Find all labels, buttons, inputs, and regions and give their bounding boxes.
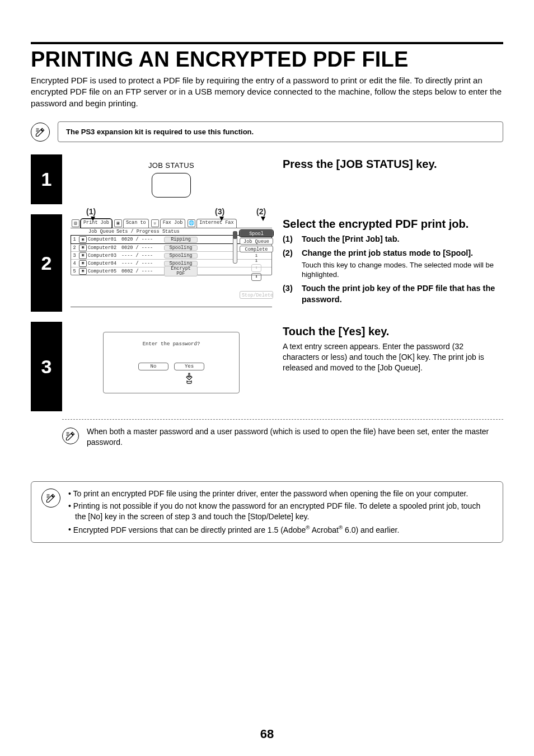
row-progress: 0020 / ---- — [121, 237, 164, 242]
job-icon: ▣ — [79, 260, 87, 267]
row-progress: ---- / ---- — [121, 253, 164, 259]
row-index: 5 — [71, 269, 78, 274]
mode-complete[interactable]: Complete — [240, 246, 273, 252]
arrow-down-icon — [219, 217, 224, 221]
row-index: 2 — [71, 246, 78, 251]
page-counter: 1 — [240, 253, 273, 258]
tab-internet-fax[interactable]: Internet Fax — [196, 219, 236, 228]
bn3-mid: Acrobat — [310, 525, 339, 534]
row-progress: 0002 / ---- — [121, 269, 164, 274]
bottom-note-2: Printing is not possible if you do not k… — [68, 501, 493, 523]
screen-tabs: ▤ Print Job ▣ Scan to ☏ Fax Job 🌐 Intern… — [71, 219, 272, 228]
step-3-title: Touch the [Yes] key. — [283, 325, 501, 338]
step-1-illustration: JOB STATUS — [62, 154, 280, 204]
step-2: 2 (1) (3) (2) ▤ Print Job ▣ Scan to ☏ Fa… — [31, 214, 503, 312]
row-index: 1 — [71, 237, 78, 242]
callout-2: (2) — [256, 208, 266, 215]
row-status: Spooling — [164, 253, 198, 259]
dialog-message: Enter the password? — [109, 341, 233, 347]
bottom-note-1: To print an encrypted PDF file using the… — [68, 489, 493, 500]
row-progress: ---- / ---- — [121, 261, 164, 266]
arrow-down-icon — [91, 217, 95, 221]
substep-2: (2) Change the print job status mode to … — [283, 248, 501, 280]
arrow-down-icon — [261, 217, 265, 221]
substep-lead: Change the print job status mode to [Spo… — [302, 248, 473, 257]
scroll-down-button[interactable]: ⬇ — [251, 273, 261, 281]
substep-1: (1) Touch the [Print Job] tab. — [283, 234, 501, 245]
mode-jobqueue[interactable]: Job Queue — [240, 238, 273, 245]
page-counter-total: 1 — [240, 259, 273, 263]
screen-divider — [71, 307, 272, 307]
scan-icon: ▣ — [114, 219, 122, 227]
fax-icon: ☏ — [151, 219, 159, 227]
registered-icon: ® — [306, 524, 310, 530]
row-status: Spooling — [164, 245, 198, 251]
callout-1: (1) — [86, 208, 96, 215]
substep-3: (3) Touch the print job key of the PDF f… — [283, 283, 501, 305]
col-progress: Sets / Progress — [116, 229, 162, 234]
row-name: Computer02 — [88, 246, 121, 251]
pencil-icon — [41, 489, 60, 508]
row-index: 3 — [71, 253, 78, 259]
printer-icon: ▤ — [72, 219, 79, 227]
row-status: Encrypt PDF — [164, 266, 198, 276]
step-number-3: 3 — [31, 322, 62, 411]
job-icon: ▣ — [79, 236, 87, 243]
password-dialog: Enter the password? No Yes — [103, 332, 240, 393]
row-name: Computer01 — [88, 237, 121, 242]
step-3-inner-note: When both a master password and a user p… — [31, 426, 503, 448]
step-2-text: Select the encrypted PDF print job. (1) … — [280, 214, 503, 312]
requirement-note: The PS3 expansion kit is required to use… — [31, 121, 503, 142]
step-3-inner-note-text: When both a master password and a user p… — [87, 426, 503, 448]
page-number: 68 — [0, 727, 534, 741]
substep-lead: Touch the print job key of the PDF file … — [302, 284, 495, 304]
scroll-up-button[interactable]: ⬆ — [251, 264, 261, 272]
step-3-body: A text entry screen appears. Enter the p… — [283, 341, 501, 373]
row-status: Ripping — [164, 237, 198, 243]
step-1-text: Press the [JOB STATUS] key. — [280, 154, 503, 204]
intro-paragraph: Encrypted PDF is used to protect a PDF f… — [31, 75, 503, 109]
tab-fax-job[interactable]: Fax Job — [160, 219, 186, 228]
bottom-note: To print an encrypted PDF file using the… — [31, 481, 503, 543]
pointer-icon — [127, 372, 251, 385]
pencil-icon — [62, 428, 79, 444]
row-name: Computer05 — [88, 269, 121, 274]
row-progress: 0020 / ---- — [121, 246, 164, 251]
step-1-title: Press the [JOB STATUS] key. — [283, 158, 501, 171]
job-icon: ▣ — [79, 252, 87, 259]
hardware-key-label: JOB STATUS — [68, 161, 275, 170]
dashed-separator — [62, 419, 503, 420]
substep-sub: Touch this key to change modes. The sele… — [302, 260, 501, 280]
scroll-thumb[interactable] — [233, 231, 237, 239]
step-number-1: 1 — [31, 154, 62, 204]
step-3-illustration: Enter the password? No Yes — [62, 322, 280, 411]
requirement-text: The PS3 expansion kit is required to use… — [58, 121, 503, 142]
bn3-post: 6.0) and earlier. — [343, 525, 399, 534]
top-rule — [31, 42, 503, 44]
callout-row: (1) (3) (2) — [71, 208, 272, 220]
step-3: 3 Enter the password? No Yes Touch the [… — [31, 322, 503, 448]
substep-marker: (2) — [283, 248, 299, 259]
job-icon: ▣ — [79, 268, 87, 275]
tab-print-job[interactable]: Print Job — [81, 219, 112, 228]
step-2-title: Select the encrypted PDF print job. — [283, 218, 501, 231]
stop-delete-button[interactable]: Stop/Delete — [240, 291, 273, 299]
yes-button[interactable]: Yes — [174, 363, 204, 370]
bn3-pre: Encrypted PDF versions that can be direc… — [73, 525, 306, 534]
pencil-icon — [31, 123, 50, 142]
tab-scan-to[interactable]: Scan to — [123, 219, 149, 228]
step-2-illustration: (1) (3) (2) ▤ Print Job ▣ Scan to ☏ Fax … — [62, 214, 280, 312]
job-status-key[interactable] — [152, 173, 191, 198]
no-button[interactable]: No — [138, 363, 168, 370]
row-index: 4 — [71, 261, 78, 266]
row-name: Computer04 — [88, 261, 121, 266]
substep-marker: (3) — [283, 283, 299, 294]
mode-spool[interactable]: Spool — [240, 230, 273, 237]
row-name: Computer03 — [88, 253, 121, 259]
step-3-text: Touch the [Yes] key. A text entry screen… — [280, 322, 503, 411]
col-jobqueue: Job Queue — [73, 229, 116, 234]
job-status-screen: (1) (3) (2) ▤ Print Job ▣ Scan to ☏ Fax … — [71, 219, 272, 308]
globe-icon: 🌐 — [188, 219, 195, 227]
bottom-note-3: Encrypted PDF versions that can be direc… — [68, 524, 493, 536]
job-icon: ▣ — [79, 245, 87, 251]
